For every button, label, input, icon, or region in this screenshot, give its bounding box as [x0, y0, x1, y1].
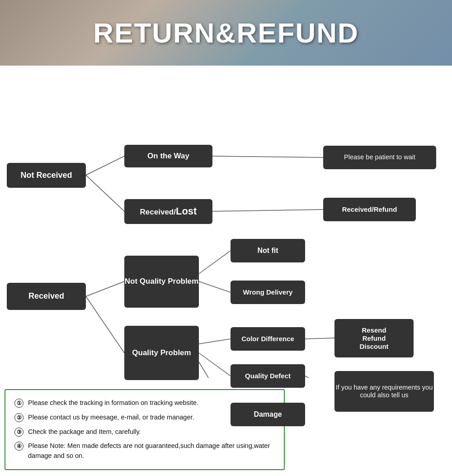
note-text-2: Please contact us by meesage, e-mail, or… — [28, 413, 194, 423]
note-text-3: Check the package and Item, carefully. — [28, 427, 141, 437]
node-quality-problem: Quality Problem — [124, 326, 199, 380]
svg-line-9 — [199, 353, 231, 376]
svg-line-12 — [305, 376, 334, 378]
svg-line-0 — [86, 156, 124, 175]
node-requirements: If you have any requirements you could a… — [334, 371, 434, 412]
header: RETURN&REFUND — [0, 0, 452, 66]
note-number-2: ② — [14, 413, 24, 422]
notes-section: ① Please check the tracking in formation… — [5, 389, 285, 470]
node-on-the-way: On the Way — [124, 145, 212, 167]
node-patient: Please be patient to wait — [323, 146, 436, 169]
node-quality-defect: Quality Defect — [231, 364, 305, 388]
note-number-4: ④ — [14, 442, 24, 451]
svg-line-4 — [86, 281, 124, 296]
note-item-3: ③ Check the package and Item, carefully. — [14, 427, 275, 437]
diagram-area: Not Received On the Way Received/Lost Pl… — [0, 66, 452, 382]
page-title: RETURN&REFUND — [93, 17, 358, 49]
node-damage: Damage — [231, 403, 305, 426]
svg-line-2 — [212, 156, 323, 157]
svg-line-10 — [199, 362, 231, 378]
node-received: Received — [7, 283, 86, 310]
node-resend-refund-discount: Resend Refund Discount — [334, 319, 414, 357]
svg-line-1 — [86, 175, 124, 211]
node-not-received: Not Received — [7, 163, 86, 188]
note-item-4: ④ Please Note: Men made defects are not … — [14, 441, 275, 461]
node-received-lost: Received/Lost — [124, 199, 212, 224]
node-not-quality-problem: Not Quality Problem — [124, 256, 199, 308]
node-wrong-delivery: Wrong Delivery — [231, 281, 305, 304]
node-not-fit: Not fit — [231, 239, 305, 262]
svg-line-3 — [212, 209, 323, 211]
note-text-4: Please Note: Men made defects are not gu… — [28, 441, 275, 461]
svg-line-11 — [305, 338, 334, 339]
note-number-3: ③ — [14, 428, 24, 437]
flowchart: Not Received On the Way Received/Lost Pl… — [5, 75, 447, 378]
svg-line-8 — [199, 339, 231, 344]
svg-line-6 — [199, 251, 231, 274]
node-received-refund: Received/Refund — [323, 198, 416, 221]
note-text-1: Please check the tracking in formation o… — [28, 398, 198, 408]
svg-line-5 — [86, 296, 124, 353]
node-color-difference: Color Difference — [231, 327, 305, 351]
svg-line-7 — [199, 281, 231, 292]
note-number-1: ① — [14, 399, 24, 408]
